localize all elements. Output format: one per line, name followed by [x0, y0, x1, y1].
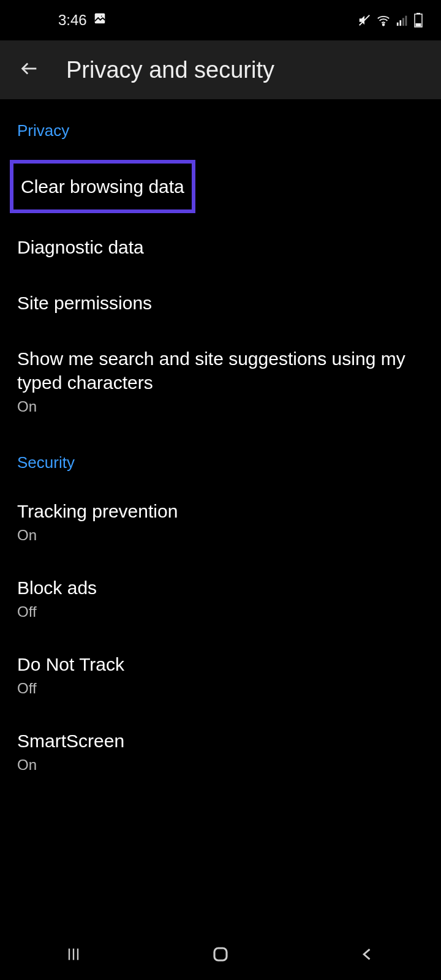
item-title: Diagnostic data: [17, 235, 424, 259]
recents-button[interactable]: [55, 937, 92, 974]
item-title: SmartScreen: [17, 729, 424, 753]
item-tracking-prevention[interactable]: Tracking prevention On: [17, 483, 424, 560]
signal-icon: [396, 13, 409, 27]
item-value: On: [17, 527, 424, 544]
system-nav-bar: [0, 931, 441, 980]
item-do-not-track[interactable]: Do Not Track Off: [17, 636, 424, 713]
app-bar: Privacy and security: [0, 40, 441, 99]
item-clear-browsing-data[interactable]: Clear browsing data: [17, 151, 424, 219]
section-header-privacy: Privacy: [17, 99, 424, 151]
home-button[interactable]: [202, 937, 239, 974]
content: Privacy Clear browsing data Diagnostic d…: [0, 99, 441, 790]
recents-icon: [65, 946, 82, 965]
item-value: On: [17, 398, 424, 415]
item-title: Site permissions: [17, 291, 424, 315]
item-title: Clear browsing data: [21, 176, 184, 197]
item-title: Block ads: [17, 576, 424, 600]
svg-rect-6: [402, 18, 404, 26]
section-header-security: Security: [17, 431, 424, 483]
status-left: 3:46: [58, 12, 107, 29]
nav-back-button[interactable]: [349, 937, 386, 974]
svg-rect-5: [399, 20, 401, 26]
item-smartscreen[interactable]: SmartScreen On: [17, 713, 424, 790]
status-right: [358, 13, 423, 28]
svg-point-1: [100, 15, 103, 18]
page-title: Privacy and security: [66, 57, 274, 83]
item-diagnostic-data[interactable]: Diagnostic data: [17, 219, 424, 275]
svg-rect-15: [214, 948, 227, 960]
item-site-permissions[interactable]: Site permissions: [17, 275, 424, 331]
status-time: 3:46: [58, 12, 87, 29]
svg-rect-7: [405, 16, 407, 26]
gallery-icon: [93, 12, 107, 29]
svg-rect-10: [416, 23, 421, 26]
chevron-left-icon: [359, 946, 376, 965]
battery-icon: [414, 13, 423, 28]
back-button[interactable]: [17, 58, 42, 82]
item-block-ads[interactable]: Block ads Off: [17, 560, 424, 636]
home-icon: [211, 945, 230, 966]
item-value: Off: [17, 603, 424, 620]
item-value: On: [17, 756, 424, 774]
status-bar: 3:46: [0, 0, 441, 40]
wifi-icon: [376, 13, 391, 27]
item-title: Show me search and site suggestions usin…: [17, 347, 424, 394]
svg-point-3: [383, 24, 385, 26]
item-value: Off: [17, 680, 424, 697]
item-title: Do Not Track: [17, 652, 424, 676]
highlight-box: Clear browsing data: [10, 160, 195, 213]
item-search-suggestions[interactable]: Show me search and site suggestions usin…: [17, 331, 424, 431]
item-title: Tracking prevention: [17, 499, 424, 523]
svg-rect-4: [397, 23, 399, 26]
mute-icon: [358, 13, 371, 27]
arrow-left-icon: [19, 58, 40, 81]
